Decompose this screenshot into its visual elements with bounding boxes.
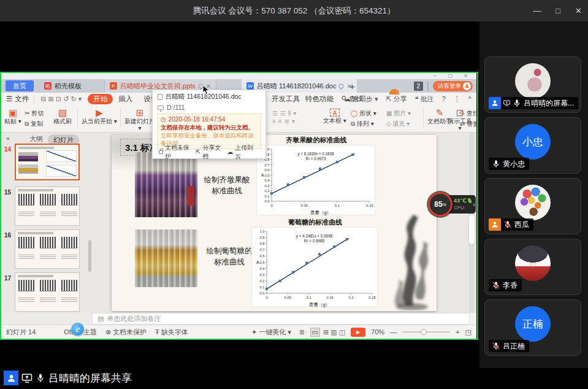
svg-text:0.1: 0.1: [335, 204, 340, 207]
textbox-button[interactable]: A文本框 ▾: [323, 107, 347, 124]
share-doc-button[interactable]: ⇱ 分享文档: [196, 144, 227, 161]
beautify-button[interactable]: ✦ 一键美化 ▾: [251, 328, 291, 337]
copy-button[interactable]: ⧉ 复制: [25, 120, 43, 128]
svg-text:0.5: 0.5: [264, 174, 269, 177]
tab-home[interactable]: 开始: [88, 94, 113, 104]
svg-text:0.8: 0.8: [259, 242, 264, 245]
missing-font-status[interactable]: Ŧ 缺失字体: [155, 328, 188, 337]
svg-text:0: 0: [270, 204, 272, 207]
participant-tile-sharer[interactable]: 吕晴晴的屏幕...: [484, 56, 581, 113]
doc-unprotected-button[interactable]: 文档未保护: [159, 144, 196, 161]
guest-login-button[interactable]: 访客登录 ♟: [433, 81, 473, 91]
participant-name: 西瓜: [514, 220, 529, 230]
mic-muted-icon: [492, 342, 500, 350]
help-icon[interactable]: ?: [442, 95, 446, 102]
tab-special[interactable]: 特色功能: [300, 94, 339, 104]
format-painter-button[interactable]: ▨格式刷: [52, 107, 74, 125]
expand-chevron-icon[interactable]: ›: [473, 201, 475, 208]
slide-canvas[interactable]: 3.1 标准 绘制齐墩果酸标准曲线 齐墩果酸的标准曲线 0.00.10.20.3…: [112, 135, 437, 311]
arrange-button[interactable]: ⧉ 排列 ▾: [351, 120, 374, 128]
maximize-button[interactable]: □: [556, 6, 560, 15]
paste-button[interactable]: ▣粘贴 ▾: [4, 107, 22, 125]
svg-text:y = 4.2481x + 0.0698: y = 4.2481x + 0.0698: [296, 234, 333, 239]
docer-icon: 稻: [44, 82, 52, 90]
participants-sidebar: 吕晴晴的屏幕... 小忠 黄小忠 西瓜: [479, 21, 588, 368]
svg-text:0.1: 0.1: [259, 285, 264, 289]
temperature-value: 43℃: [454, 198, 467, 204]
share-button[interactable]: ⇱ 分享: [386, 94, 407, 104]
pin-icon[interactable]: [339, 84, 343, 88]
picture-button[interactable]: ▦ 图片 ▾: [386, 109, 411, 118]
svg-text:0.6: 0.6: [264, 168, 269, 172]
play-slideshow-button[interactable]: ▶: [351, 328, 365, 337]
wps-home-tab[interactable]: 首页: [6, 80, 34, 91]
new-tab-button[interactable]: +: [349, 79, 355, 93]
svg-text:0.7: 0.7: [259, 248, 264, 252]
avatar: ♟: [463, 82, 471, 90]
slide-thumbnail-16[interactable]: [15, 229, 80, 269]
tab-insert[interactable]: 插入: [113, 94, 138, 104]
close-button[interactable]: ✕: [575, 6, 582, 15]
wps-window-controls[interactable]: ─ ▢ ✕: [433, 73, 473, 79]
document-scrollbar-thumb[interactable]: [469, 215, 475, 244]
doc-protect-status[interactable]: ⊗ 文档未保护: [105, 328, 147, 337]
cut-button[interactable]: ✂ 剪切: [25, 109, 44, 118]
fill-button[interactable]: ◇ 填充 ▾: [386, 120, 410, 128]
participant-tile[interactable]: 正楠 吕正楠: [484, 299, 581, 356]
participant-name: 吕晴晴的屏幕...: [524, 98, 574, 109]
more-icon[interactable]: ⋮: [454, 95, 460, 103]
outline-tab[interactable]: 大纲: [29, 134, 43, 144]
ie-browser-icon[interactable]: e: [71, 323, 84, 336]
notes-input[interactable]: ▤ 单击此处添加备注: [92, 313, 470, 325]
zoom-in-button[interactable]: +: [456, 328, 459, 336]
find-button[interactable]: 查找: [460, 109, 476, 118]
chart-glucose: 葡萄糖的标准曲线 0.00.10.20.30.40.50.60.70.80.91…: [251, 218, 379, 309]
play-from-current-button[interactable]: ▶从当前开始 ▾: [81, 107, 118, 125]
panel-scrollbar[interactable]: [88, 240, 91, 272]
slide-thumbnail-14[interactable]: [15, 144, 80, 180]
quick-access-toolbar[interactable]: ⊟ ⊞ ⊡ ↺ ↻ ▾: [34, 95, 88, 103]
leaf-icon: [468, 198, 472, 203]
cpu-label: CPU:: [454, 205, 465, 210]
shapes-button[interactable]: ◯ 形状 ▾: [351, 109, 376, 118]
collapse-ribbon-icon[interactable]: ^: [468, 95, 472, 102]
upload-cloud-button[interactable]: ☁ 上传到云: [227, 144, 259, 161]
docer-tab[interactable]: 稻 稻壳模板: [39, 79, 86, 93]
comment-button[interactable]: ❝ 批注: [415, 94, 434, 104]
replace-button[interactable]: ⇄ 替换: [460, 120, 476, 128]
clock-icon: ◷: [161, 115, 166, 123]
paragraph-tools[interactable]: ☰☰⫴▾≡≡≣▾: [272, 109, 299, 125]
file-menu[interactable]: ☰ 文件: [1, 94, 34, 104]
notification-badge[interactable]: 2: [414, 82, 423, 91]
lock-icon: [159, 150, 163, 154]
svg-text:0.1: 0.1: [264, 194, 269, 198]
zoom-level[interactable]: 70%: [371, 328, 384, 336]
view-switcher[interactable]: ≣· ▭ ⊞ ▥ ◫: [299, 328, 345, 337]
zoom-out-button[interactable]: —: [390, 328, 397, 336]
minimize-button[interactable]: —: [533, 6, 541, 15]
zoom-slider-knob[interactable]: [421, 329, 427, 335]
participant-tile[interactable]: 小忠 黄小忠: [484, 117, 581, 174]
system-monitor-widget[interactable]: 43℃ CPU: › 85%: [428, 192, 478, 217]
participant-tile[interactable]: 李香: [484, 239, 581, 295]
zoom-slider[interactable]: [402, 331, 450, 333]
svg-text:0.5: 0.5: [259, 261, 264, 264]
avatar: [515, 245, 551, 281]
slide-thumbnail-15[interactable]: [15, 187, 80, 226]
tencent-meeting-window: 腾讯会议 会议号：570 387 052 （会议密码：654321） — □ ✕…: [0, 0, 588, 389]
bottom-banner: 吕晴晴的屏幕共享: [0, 368, 588, 389]
photo-oleanolic-tubes: [135, 152, 197, 217]
document-icon: [158, 94, 162, 100]
screen-share-banner: 吕晴晴的屏幕共享: [4, 371, 132, 385]
line-chart: 0.00.10.20.30.40.50.60.70.80.91.000.050.…: [251, 227, 378, 307]
sync-status[interactable]: ☁ 未同步 ▾: [344, 94, 378, 104]
avatar: [515, 185, 551, 220]
search-icon: [460, 110, 465, 115]
word-file-icon: W: [246, 82, 254, 90]
fullscreen-icon[interactable]: ◳: [465, 328, 472, 336]
participant-tile[interactable]: 西瓜: [484, 178, 581, 234]
screen-share-icon: [503, 99, 510, 107]
mic-on-icon: [36, 373, 45, 383]
slide-thumbnail-17[interactable]: [15, 272, 80, 312]
collapse-panel-icon[interactable]: «: [6, 134, 10, 142]
